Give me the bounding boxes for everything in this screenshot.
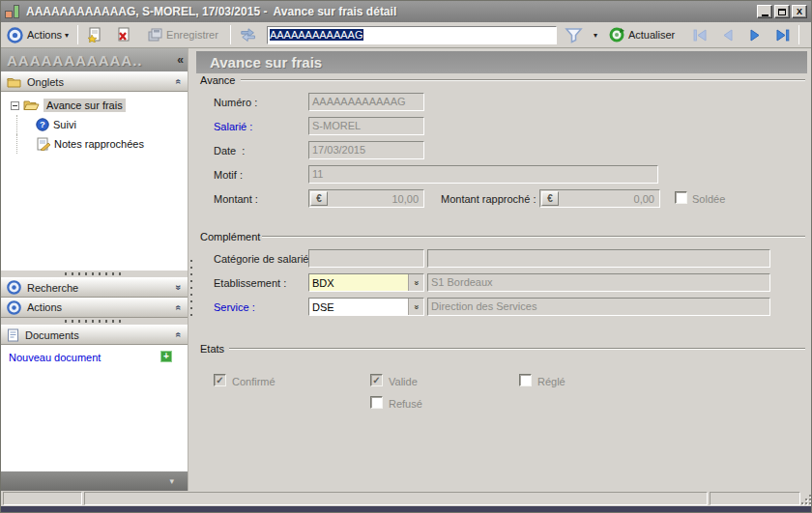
document-icon (7, 328, 19, 342)
close-button[interactable]: X (792, 5, 807, 18)
group-line (262, 236, 805, 238)
filter-dropdown-button[interactable]: ▾ (587, 29, 601, 42)
tree-item-label: Notes rapprochées (54, 138, 144, 150)
panel-header-documents[interactable]: Documents « (1, 325, 188, 345)
record-search-input[interactable]: AAAAAAAAAAAAG (267, 26, 557, 44)
filter-button[interactable] (561, 25, 587, 45)
minimize-button[interactable] (757, 5, 772, 18)
sidebar-collapse-button[interactable]: « (177, 53, 184, 67)
service-label: Service : (214, 301, 255, 313)
chevron-down-icon: ▾ (594, 31, 597, 40)
sidebar-bottom-dropdown[interactable]: ▾ (1, 471, 188, 491)
valide-checkbox (370, 374, 383, 386)
status-cell-2 (84, 492, 708, 505)
panel-header-onglets[interactable]: Onglets « (1, 71, 188, 92)
group-label-avance: Avance (200, 74, 236, 86)
group-line (241, 79, 805, 81)
tree-expander-icon[interactable] (11, 101, 19, 110)
montant-rapproche-field: € 0,00 (539, 189, 660, 208)
sidebar: AAAAAAAAAAA.. « Onglets « Avance sur fra… (1, 48, 188, 491)
nav-first-icon (692, 29, 708, 42)
valide-label: Valide (389, 376, 418, 387)
tree-item-suivi[interactable]: ? Suivi (1, 115, 188, 134)
maximize-icon (778, 9, 786, 15)
maximize-button[interactable] (774, 5, 790, 18)
chevron-down-icon: » (174, 285, 185, 291)
delete-record-button[interactable] (112, 25, 135, 44)
montant-rapproche-label: Montant rapproché : (441, 193, 536, 205)
nav-last-icon (775, 29, 791, 42)
tree-item-avance-sur-frais[interactable]: Avance sur frais (1, 96, 188, 115)
confirme-checkbox (214, 374, 226, 386)
chevron-up-icon: « (174, 332, 185, 338)
new-record-button[interactable] (83, 25, 106, 44)
resize-grip[interactable] (801, 495, 811, 504)
delete-icon (116, 27, 131, 43)
minimize-icon (762, 14, 768, 16)
toolbar-separator (798, 25, 799, 44)
categorie-label: Catégorie de salarié (214, 253, 308, 265)
group-label-complement: Complément (200, 231, 260, 242)
etablissement-combo[interactable]: BDX » (308, 273, 424, 292)
group-line (229, 348, 805, 350)
onglets-tree: Avance sur frais ? Suivi Notes rapproché… (1, 92, 188, 271)
add-document-button[interactable]: + (160, 351, 172, 362)
panel-splitter[interactable] (1, 318, 188, 325)
sync-button[interactable] (236, 26, 261, 44)
salarie-label: Salarié : (214, 121, 252, 132)
svg-text:?: ? (40, 119, 45, 129)
tree-item-notes-rapprochees[interactable]: Notes rapprochées (1, 134, 188, 154)
help-icon: ? (36, 118, 49, 131)
tree-item-label: Suivi (53, 119, 76, 130)
date-label: Date : (214, 145, 245, 157)
refresh-icon (609, 27, 624, 43)
service-combo[interactable]: DSE » (308, 298, 424, 316)
refuse-checkbox (370, 396, 383, 409)
panel-splitter[interactable] (1, 271, 188, 277)
numero-label: Numéro : (214, 97, 257, 108)
nav-first-button (688, 27, 711, 43)
montant-value: 10,00 (392, 193, 419, 205)
new-document-icon (87, 27, 102, 43)
sidebar-record-header: AAAAAAAAAAA.. « (1, 48, 188, 71)
panel-header-actions[interactable]: Actions « (1, 298, 188, 318)
motif-field: 11 (308, 165, 658, 184)
note-icon (36, 137, 50, 151)
panel-header-recherche[interactable]: Recherche » (1, 277, 188, 298)
save-label: Enregistrer (166, 29, 218, 41)
etablissement-label: Etablissement : (214, 277, 286, 289)
target-icon (7, 27, 23, 43)
window-bottom-edge (1, 506, 812, 513)
etablissement-value: BDX (309, 277, 408, 289)
documents-panel-body: Nouveau document + (1, 345, 188, 471)
nav-last-button[interactable] (771, 27, 795, 43)
group-label-etats: Etats (200, 343, 224, 355)
combo-dropdown-button[interactable]: » (408, 299, 423, 315)
target-icon (7, 300, 21, 315)
grip-dots-icon (65, 272, 125, 275)
soldee-checkbox (675, 191, 687, 204)
selected-text: AAAAAAAAAAAAG (270, 29, 363, 41)
refresh-button[interactable]: Actualiser (605, 25, 679, 44)
application-window: AAAAAAAAAAAAG, S-MOREL, 17/03/2015 - Ava… (0, 0, 812, 513)
nouveau-document-link[interactable]: Nouveau document (9, 352, 101, 363)
actions-menu-button[interactable]: Actions ▾ (3, 25, 72, 45)
double-chevron-down-icon: » (411, 280, 420, 285)
regle-checkbox (519, 374, 532, 386)
chevron-up-icon: « (174, 304, 185, 310)
euro-currency-button: € (541, 191, 559, 206)
combo-dropdown-button[interactable]: » (408, 274, 423, 291)
main-panel: Avance sur frais Avance Numéro : AAAAAAA… (194, 48, 811, 491)
page-title: Avance sur frais (210, 54, 322, 71)
window-title: AAAAAAAAAAAAG, S-MOREL, 17/03/2015 - Ava… (26, 5, 757, 18)
grip-dots-icon (65, 320, 125, 323)
date-field: 17/03/2015 (308, 141, 424, 159)
main-header: Avance sur frais (196, 51, 807, 73)
salarie-field: S-MOREL (308, 117, 424, 135)
filter-funnel-icon (565, 27, 583, 43)
chevron-up-icon: « (174, 79, 185, 85)
confirme-label: Confirmé (232, 376, 276, 387)
nav-next-button[interactable] (744, 27, 766, 43)
status-cell-1 (3, 492, 82, 505)
nav-next-icon (748, 29, 762, 42)
